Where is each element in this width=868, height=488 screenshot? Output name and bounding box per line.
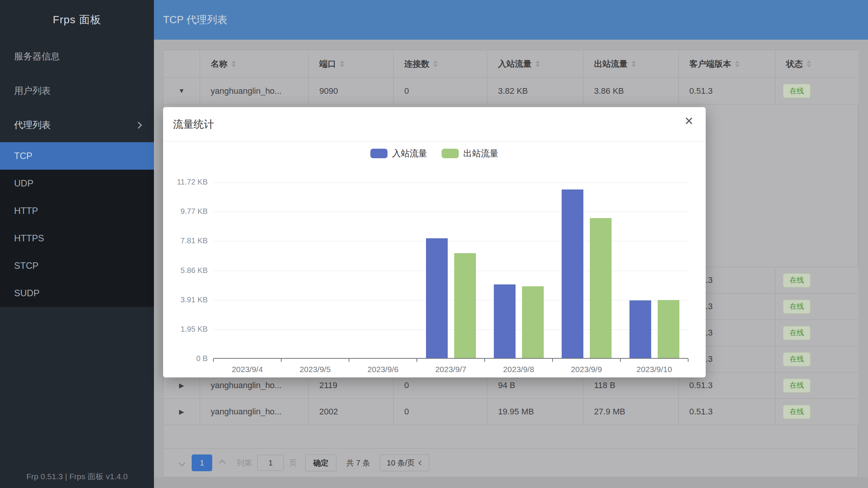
column-header-端口[interactable]: 端口: [309, 50, 394, 78]
column-header-名称[interactable]: 名称: [200, 50, 309, 78]
goto-page-input[interactable]: [257, 455, 284, 471]
page-number-button[interactable]: 1: [192, 454, 212, 471]
x-axis-label: 2023/9/9: [553, 365, 620, 374]
chart-bar-inbound: [629, 300, 651, 358]
total-count-label: 共 7 条: [346, 458, 370, 468]
cell-port: 9090: [309, 78, 394, 104]
status-badge: 在线: [783, 405, 810, 419]
pagination-bar: 1 到第 页 确定 共 7 条 10 条/页: [163, 448, 858, 477]
collapse-row-icon[interactable]: ▼: [178, 87, 185, 95]
expand-row-icon[interactable]: ▶: [179, 408, 184, 416]
sort-descending-icon: [735, 64, 740, 67]
x-axis-tick: [484, 359, 485, 362]
sidebar-item-label: 服务器信息: [14, 50, 60, 63]
sidebar-item-server-info[interactable]: 服务器信息: [0, 39, 154, 74]
sort-ascending-icon: [735, 60, 740, 63]
sort-descending-icon: [340, 64, 344, 67]
gridline: [213, 241, 688, 241]
cell-name: yanghuanglin_ho...: [200, 399, 309, 425]
column-header-客户端版本[interactable]: 客户端版本: [679, 50, 775, 78]
page-size-value: 10 条/页: [387, 458, 415, 468]
chevron-up-icon: [135, 122, 142, 128]
expand-row-icon[interactable]: ▶: [179, 382, 184, 390]
chart-legend: 入站流量出站流量: [163, 148, 706, 159]
cell-traffic-out: 27.9 MB: [583, 399, 679, 425]
sidebar-nav: 服务器信息用户列表代理列表TCPUDPHTTPHTTPSSTCPSUDP: [0, 39, 154, 307]
sort-icon[interactable]: [735, 60, 740, 67]
cell-status: 在线: [775, 78, 858, 104]
table-row[interactable]: ▼yanghuanglin_ho...909003.82 KB3.86 KB0.…: [163, 78, 858, 104]
sort-icon[interactable]: [231, 60, 236, 67]
sidebar-item-http[interactable]: HTTP: [0, 197, 154, 225]
chart-bar-inbound: [494, 284, 516, 358]
gridline: [213, 182, 688, 183]
sort-icon[interactable]: [535, 60, 540, 67]
legend-swatch-icon: [370, 149, 388, 158]
column-header-入站流量[interactable]: 入站流量: [487, 50, 583, 78]
goto-page-label: 到第: [237, 458, 252, 468]
page-title: TCP 代理列表: [163, 13, 227, 27]
x-axis-tick: [349, 359, 349, 362]
chart-bar-outbound: [590, 218, 612, 358]
column-header-状态[interactable]: 状态: [775, 50, 858, 78]
cell-status: 在线: [775, 372, 858, 399]
close-icon[interactable]: ×: [681, 112, 697, 129]
chart-plot: 0 B1.95 KB3.91 KB5.86 KB7.81 KB9.77 KB11…: [213, 182, 688, 359]
page-background-band: [154, 477, 868, 488]
sidebar-item-https[interactable]: HTTPS: [0, 225, 154, 252]
sidebar-item-udp[interactable]: UDP: [0, 170, 154, 197]
sort-ascending-icon: [433, 60, 438, 63]
column-header-label: 入站流量: [498, 58, 532, 70]
cell-status: 在线: [775, 399, 858, 425]
y-axis-label: 1.95 KB: [156, 325, 208, 334]
x-axis-tick: [552, 359, 553, 362]
y-axis-label: 5.86 KB: [156, 266, 208, 275]
next-page-button[interactable]: [218, 461, 227, 466]
cell-client-version: 0.51.3: [679, 399, 775, 425]
status-badge: 在线: [783, 84, 810, 98]
prev-page-button[interactable]: [177, 461, 186, 466]
expand-cell[interactable]: ▼: [163, 78, 200, 104]
page-suffix-label: 页: [289, 458, 297, 468]
sidebar-item-tcp[interactable]: TCP: [0, 142, 154, 170]
status-badge: 在线: [783, 300, 810, 314]
chevron-right-icon: [219, 459, 226, 466]
topbar: TCP 代理列表: [154, 0, 868, 40]
sort-icon[interactable]: [340, 60, 344, 67]
sort-ascending-icon: [231, 60, 236, 63]
sort-ascending-icon: [807, 60, 811, 63]
page-size-select[interactable]: 10 条/页: [380, 454, 429, 471]
table-row[interactable]: ▶yanghuanglin_ho...2002019.95 MB27.9 MB0…: [163, 399, 858, 425]
gridline: [213, 329, 688, 330]
cell-status: 在线: [775, 346, 858, 372]
dialog-title: 流量统计: [173, 117, 214, 131]
table-filler: [163, 425, 858, 448]
x-axis-label: 2023/9/5: [281, 365, 349, 374]
legend-item[interactable]: 出站流量: [442, 148, 498, 159]
cell-port: 2002: [309, 399, 394, 425]
sidebar-submenu: TCPUDPHTTPHTTPSSTCPSUDP: [0, 142, 154, 307]
x-axis-label: 2023/9/4: [213, 365, 281, 374]
sort-icon[interactable]: [807, 60, 811, 67]
chart-bar-inbound: [426, 238, 448, 358]
confirm-button[interactable]: 确定: [305, 454, 336, 471]
sidebar: Frps 面板 服务器信息用户列表代理列表TCPUDPHTTPHTTPSSTCP…: [0, 0, 154, 488]
column-header-label: 连接数: [404, 58, 429, 70]
sidebar-item-stcp[interactable]: STCP: [0, 252, 154, 279]
status-badge: 在线: [783, 273, 810, 287]
sort-icon[interactable]: [631, 60, 636, 67]
gridline: [213, 300, 688, 300]
x-axis-label: 2023/9/8: [485, 365, 553, 374]
x-axis-tick: [620, 359, 621, 362]
sidebar-item-user-list[interactable]: 用户列表: [0, 74, 154, 108]
sort-icon[interactable]: [433, 60, 438, 67]
legend-item[interactable]: 入站流量: [370, 148, 427, 159]
cell-name: yanghuanglin_ho...: [200, 78, 309, 104]
expand-cell[interactable]: ▶: [163, 399, 200, 425]
sidebar-item-sudp[interactable]: SUDP: [0, 279, 154, 307]
cell-status: 在线: [775, 267, 858, 294]
sidebar-item-proxy-list[interactable]: 代理列表: [0, 108, 154, 142]
column-header-连接数[interactable]: 连接数: [394, 50, 487, 78]
column-header-出站流量[interactable]: 出站流量: [583, 50, 679, 78]
legend-label: 出站流量: [463, 148, 498, 159]
